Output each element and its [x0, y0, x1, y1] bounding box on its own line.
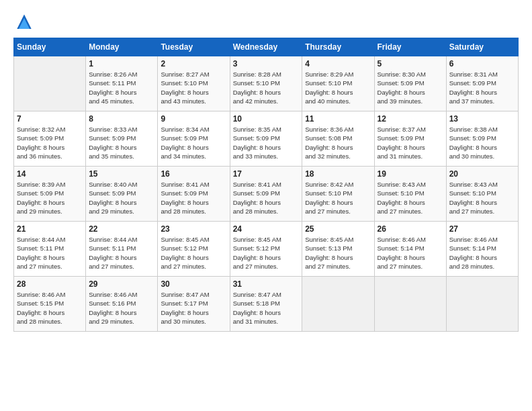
day-number: 3 — [233, 59, 300, 68]
day-info: Sunrise: 8:47 AMSunset: 5:18 PMDaylight:… — [233, 290, 300, 326]
col-header-tuesday: Tuesday — [158, 38, 230, 56]
day-number: 24 — [233, 224, 300, 234]
day-number: 16 — [161, 169, 226, 179]
day-number: 6 — [449, 59, 515, 68]
page-container: SundayMondayTuesdayWednesdayThursdayFrid… — [0, 0, 532, 338]
day-number: 20 — [449, 169, 515, 179]
day-number: 31 — [233, 279, 300, 289]
day-info: Sunrise: 8:26 AMSunset: 5:11 PMDaylight:… — [89, 70, 154, 105]
day-info: Sunrise: 8:41 AMSunset: 5:09 PMDaylight:… — [161, 180, 226, 216]
day-number: 22 — [89, 224, 154, 234]
day-cell: 8Sunrise: 8:33 AMSunset: 5:09 PMDaylight… — [86, 111, 158, 167]
day-cell: 4Sunrise: 8:29 AMSunset: 5:10 PMDaylight… — [302, 56, 374, 111]
day-number: 18 — [305, 169, 371, 179]
col-header-sunday: Sunday — [14, 38, 86, 56]
day-cell: 26Sunrise: 8:46 AMSunset: 5:14 PMDayligh… — [374, 222, 446, 277]
day-number: 5 — [378, 59, 443, 68]
day-cell: 30Sunrise: 8:47 AMSunset: 5:17 PMDayligh… — [158, 277, 230, 332]
day-number: 8 — [89, 114, 154, 124]
day-cell: 11Sunrise: 8:36 AMSunset: 5:08 PMDayligh… — [302, 111, 374, 167]
day-info: Sunrise: 8:43 AMSunset: 5:10 PMDaylight:… — [378, 180, 443, 216]
day-cell: 31Sunrise: 8:47 AMSunset: 5:18 PMDayligh… — [230, 277, 302, 332]
day-info: Sunrise: 8:27 AMSunset: 5:10 PMDaylight:… — [161, 70, 226, 105]
day-cell: 29Sunrise: 8:46 AMSunset: 5:16 PMDayligh… — [86, 277, 158, 332]
day-cell — [374, 277, 446, 332]
day-cell: 9Sunrise: 8:34 AMSunset: 5:09 PMDaylight… — [158, 111, 230, 167]
day-cell: 5Sunrise: 8:30 AMSunset: 5:09 PMDaylight… — [374, 56, 446, 111]
day-number: 29 — [89, 279, 154, 289]
day-cell: 22Sunrise: 8:44 AMSunset: 5:11 PMDayligh… — [86, 222, 158, 277]
day-info: Sunrise: 8:45 AMSunset: 5:13 PMDaylight:… — [305, 235, 371, 271]
day-info: Sunrise: 8:33 AMSunset: 5:09 PMDaylight:… — [89, 125, 154, 161]
day-info: Sunrise: 8:46 AMSunset: 5:14 PMDaylight:… — [378, 235, 443, 271]
day-cell: 23Sunrise: 8:45 AMSunset: 5:12 PMDayligh… — [158, 222, 230, 277]
day-number: 17 — [233, 169, 300, 179]
day-info: Sunrise: 8:46 AMSunset: 5:15 PMDaylight:… — [17, 290, 83, 326]
day-cell: 13Sunrise: 8:38 AMSunset: 5:09 PMDayligh… — [446, 111, 518, 167]
col-header-saturday: Saturday — [446, 38, 518, 56]
day-cell — [302, 277, 374, 332]
day-cell — [14, 56, 86, 111]
day-cell: 27Sunrise: 8:46 AMSunset: 5:14 PMDayligh… — [446, 222, 518, 277]
day-number: 28 — [17, 279, 83, 289]
day-number: 23 — [161, 224, 226, 234]
week-row-0: 1Sunrise: 8:26 AMSunset: 5:11 PMDaylight… — [14, 56, 519, 111]
day-cell: 25Sunrise: 8:45 AMSunset: 5:13 PMDayligh… — [302, 222, 374, 277]
day-info: Sunrise: 8:45 AMSunset: 5:12 PMDaylight:… — [161, 235, 226, 271]
day-cell: 10Sunrise: 8:35 AMSunset: 5:09 PMDayligh… — [230, 111, 302, 167]
day-cell: 14Sunrise: 8:39 AMSunset: 5:09 PMDayligh… — [14, 167, 86, 222]
day-info: Sunrise: 8:42 AMSunset: 5:10 PMDaylight:… — [305, 180, 371, 216]
day-info: Sunrise: 8:46 AMSunset: 5:16 PMDaylight:… — [89, 290, 154, 326]
day-info: Sunrise: 8:28 AMSunset: 5:10 PMDaylight:… — [233, 70, 300, 105]
day-number: 30 — [161, 279, 226, 289]
day-number: 11 — [305, 114, 371, 124]
day-info: Sunrise: 8:38 AMSunset: 5:09 PMDaylight:… — [449, 125, 515, 161]
day-cell: 3Sunrise: 8:28 AMSunset: 5:10 PMDaylight… — [230, 56, 302, 111]
week-row-4: 28Sunrise: 8:46 AMSunset: 5:15 PMDayligh… — [14, 277, 519, 332]
day-number: 25 — [305, 224, 371, 234]
day-info: Sunrise: 8:45 AMSunset: 5:12 PMDaylight:… — [233, 235, 300, 271]
day-number: 19 — [378, 169, 443, 179]
day-info: Sunrise: 8:30 AMSunset: 5:09 PMDaylight:… — [378, 70, 443, 105]
day-number: 7 — [17, 114, 83, 124]
day-info: Sunrise: 8:43 AMSunset: 5:10 PMDaylight:… — [449, 180, 515, 216]
day-cell: 16Sunrise: 8:41 AMSunset: 5:09 PMDayligh… — [158, 167, 230, 222]
day-number: 26 — [378, 224, 443, 234]
day-number: 15 — [89, 169, 154, 179]
day-cell: 19Sunrise: 8:43 AMSunset: 5:10 PMDayligh… — [374, 167, 446, 222]
day-cell: 20Sunrise: 8:43 AMSunset: 5:10 PMDayligh… — [446, 167, 518, 222]
day-number: 4 — [305, 59, 371, 68]
day-info: Sunrise: 8:35 AMSunset: 5:09 PMDaylight:… — [233, 125, 300, 161]
logo-icon — [13, 12, 35, 34]
col-header-monday: Monday — [86, 38, 158, 56]
day-cell — [446, 277, 518, 332]
day-number: 12 — [378, 114, 443, 124]
day-number: 13 — [449, 114, 515, 124]
header-row — [13, 12, 519, 34]
col-header-friday: Friday — [374, 38, 446, 56]
day-info: Sunrise: 8:39 AMSunset: 5:09 PMDaylight:… — [17, 180, 83, 216]
calendar-table: SundayMondayTuesdayWednesdayThursdayFrid… — [13, 38, 519, 332]
day-info: Sunrise: 8:32 AMSunset: 5:09 PMDaylight:… — [17, 125, 83, 161]
week-row-3: 21Sunrise: 8:44 AMSunset: 5:11 PMDayligh… — [14, 222, 519, 277]
day-cell: 21Sunrise: 8:44 AMSunset: 5:11 PMDayligh… — [14, 222, 86, 277]
day-info: Sunrise: 8:47 AMSunset: 5:17 PMDaylight:… — [161, 290, 226, 326]
day-cell: 6Sunrise: 8:31 AMSunset: 5:09 PMDaylight… — [446, 56, 518, 111]
day-number: 9 — [161, 114, 226, 124]
day-number: 14 — [17, 169, 83, 179]
day-cell: 12Sunrise: 8:37 AMSunset: 5:09 PMDayligh… — [374, 111, 446, 167]
day-cell: 28Sunrise: 8:46 AMSunset: 5:15 PMDayligh… — [14, 277, 86, 332]
day-info: Sunrise: 8:46 AMSunset: 5:14 PMDaylight:… — [449, 235, 515, 271]
header-row-days: SundayMondayTuesdayWednesdayThursdayFrid… — [14, 38, 519, 56]
col-header-wednesday: Wednesday — [230, 38, 302, 56]
day-info: Sunrise: 8:40 AMSunset: 5:09 PMDaylight:… — [89, 180, 154, 216]
day-cell: 24Sunrise: 8:45 AMSunset: 5:12 PMDayligh… — [230, 222, 302, 277]
day-info: Sunrise: 8:29 AMSunset: 5:10 PMDaylight:… — [305, 70, 371, 105]
day-cell: 2Sunrise: 8:27 AMSunset: 5:10 PMDaylight… — [158, 56, 230, 111]
day-cell: 17Sunrise: 8:41 AMSunset: 5:09 PMDayligh… — [230, 167, 302, 222]
day-info: Sunrise: 8:31 AMSunset: 5:09 PMDaylight:… — [449, 70, 515, 105]
day-info: Sunrise: 8:34 AMSunset: 5:09 PMDaylight:… — [161, 125, 226, 161]
day-cell: 7Sunrise: 8:32 AMSunset: 5:09 PMDaylight… — [14, 111, 86, 167]
day-number: 27 — [449, 224, 515, 234]
col-header-thursday: Thursday — [302, 38, 374, 56]
